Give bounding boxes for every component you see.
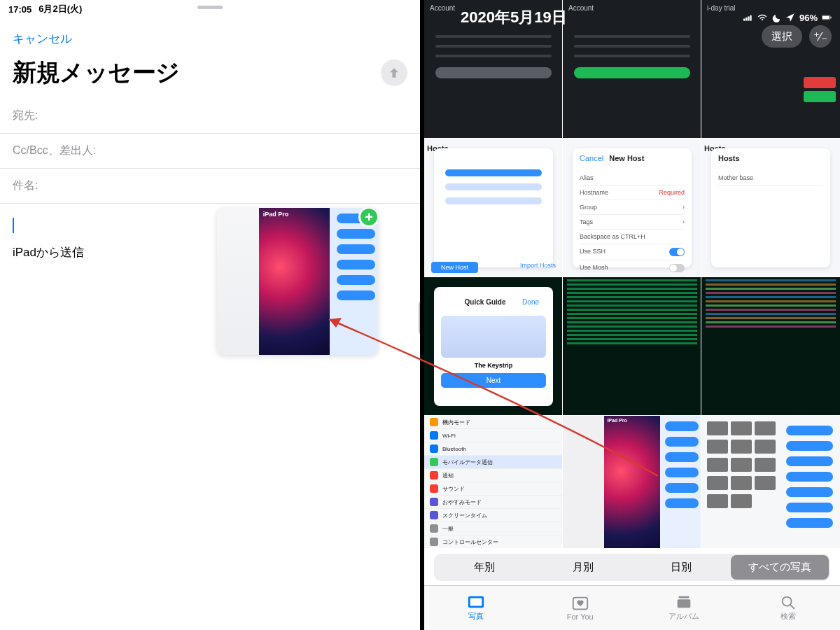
to-field[interactable]: 宛先:: [0, 99, 420, 134]
svg-rect-10: [679, 596, 690, 598]
svg-rect-6: [831, 17, 832, 19]
segment-days[interactable]: 日別: [632, 555, 731, 580]
battery-percent: 96%: [799, 13, 818, 23]
svg-rect-11: [678, 599, 691, 608]
photo-thumbnail[interactable]: [563, 416, 701, 548]
send-button[interactable]: [381, 59, 407, 86]
svg-rect-5: [822, 16, 830, 20]
compose-title: 新規メッセージ: [13, 57, 180, 89]
photo-thumbnail[interactable]: 機内モード Wi-Fi Bluetooth モバイルデータ通信 通知 サウンド …: [424, 416, 563, 548]
attachment-thumbnail: [217, 208, 378, 355]
status-bar-right: 96%: [743, 13, 832, 23]
select-button[interactable]: 選択: [762, 25, 802, 48]
svg-line-13: [790, 605, 794, 609]
photos-grid[interactable]: 2020年5月19日 96% 選択 ⁺⁄₋ Account: [424, 0, 840, 548]
svg-rect-0: [743, 19, 745, 21]
mail-compose-pane: 17:05 6月2日(火) キャンセル 新規メッセージ 宛先: Cc/Bcc、差…: [0, 0, 420, 630]
view-segmented-control[interactable]: 年別 月別 日別 すべての写真: [434, 554, 830, 581]
photos-app-pane: 2020年5月19日 96% 選択 ⁺⁄₋ Account: [424, 0, 840, 630]
subject-field[interactable]: 件名:: [0, 169, 420, 204]
aspect-toggle-button[interactable]: ⁺⁄₋: [809, 25, 832, 48]
sheet-grabber[interactable]: [197, 6, 223, 9]
cc-bcc-field[interactable]: Cc/Bcc、差出人:: [0, 134, 420, 169]
battery-icon: [822, 13, 832, 22]
search-tab-icon: [779, 594, 797, 610]
segment-all[interactable]: すべての写真: [731, 555, 830, 580]
photo-thumbnail[interactable]: Hosts HostsMother base: [701, 139, 840, 277]
tab-foryou[interactable]: For You: [528, 586, 633, 630]
text-cursor: [13, 218, 14, 233]
plus-badge-icon: +: [358, 208, 378, 227]
tab-photos[interactable]: 写真: [424, 586, 528, 630]
tab-albums[interactable]: アルバム: [632, 586, 736, 630]
photo-thumbnail[interactable]: [701, 416, 840, 548]
date-header: 2020年5月19日: [461, 7, 567, 28]
wifi-icon: [757, 13, 767, 22]
photo-thumbnail[interactable]: Quick GuideDone The Keystrip Next: [424, 277, 563, 416]
cancel-button[interactable]: キャンセル: [0, 15, 420, 50]
photos-tab-icon: [467, 594, 485, 610]
dragged-image-attachment[interactable]: +: [217, 208, 378, 355]
segment-months[interactable]: 月別: [534, 555, 633, 580]
photo-thumbnail[interactable]: CancelNew Host Alias HostnameRequired Gr…: [563, 139, 701, 277]
message-body[interactable]: iPadから送信 +: [0, 204, 420, 630]
photo-thumbnail[interactable]: Hosts New HostImport Hosts: [424, 139, 563, 277]
foryou-tab-icon: [571, 596, 589, 611]
tab-search[interactable]: 検索: [736, 586, 841, 630]
svg-rect-2: [748, 16, 749, 20]
cellular-icon: [743, 13, 753, 22]
albums-tab-icon: [675, 594, 693, 610]
tab-bar: 写真 For You アルバム 検索: [424, 585, 840, 630]
photo-thumbnail[interactable]: [563, 277, 701, 416]
svg-rect-8: [470, 598, 482, 606]
segment-years[interactable]: 年別: [435, 555, 534, 580]
svg-rect-3: [750, 15, 751, 21]
status-time: 17:05: [8, 4, 31, 15]
arrow-up-icon: [387, 66, 401, 80]
status-date: 6月2日(火): [38, 3, 82, 15]
moon-icon: [771, 13, 781, 22]
photo-thumbnail[interactable]: [701, 277, 840, 416]
location-icon: [785, 13, 795, 22]
svg-rect-1: [746, 18, 747, 21]
